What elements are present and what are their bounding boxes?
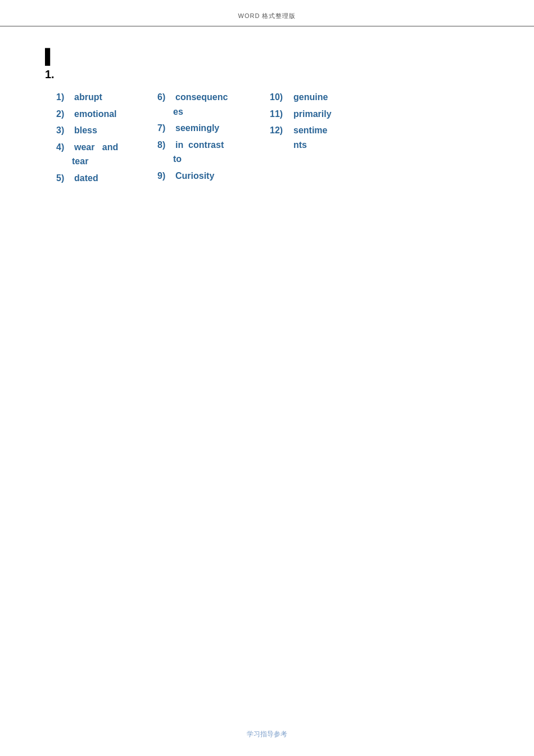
item-num: 12) <box>270 123 291 138</box>
item-num: 9) <box>157 169 173 183</box>
word-column-2: 6) consequenc es 7) seemingly 8) in cont… <box>157 90 270 188</box>
item-num: 7) <box>157 121 173 136</box>
item-num: 11) <box>270 107 291 122</box>
list-item: 6) consequenc es <box>157 90 270 119</box>
list-item: 3) bless <box>56 123 157 138</box>
item-word: consequenc <box>175 90 228 105</box>
item-num: 3) <box>56 123 72 138</box>
item-word-cont: nts <box>270 138 382 152</box>
item-word: in contrast <box>175 138 224 152</box>
word-column-1: 1) abrupt 2) emotional 3) bless 4) wear … <box>56 90 157 188</box>
item-num: 1) <box>56 90 72 105</box>
section-marker: ▌ <box>45 49 489 64</box>
item-word-cont: tear <box>56 154 157 169</box>
page-footer: 学习指导参考 <box>0 728 534 739</box>
item-word: Curiosity <box>175 169 214 183</box>
item-num: 5) <box>56 171 72 186</box>
item-word: sentime <box>293 123 327 138</box>
list-item: 1) abrupt <box>56 90 157 105</box>
word-column-3: 10) genuine 11) primarily 12) sentime nt… <box>270 90 382 188</box>
item-num: 10) <box>270 90 291 105</box>
item-word: primarily <box>293 107 332 122</box>
list-item: 12) sentime nts <box>270 123 382 152</box>
footer-text: 学习指导参考 <box>247 730 287 738</box>
list-item: 2) emotional <box>56 107 157 122</box>
item-num: 6) <box>157 90 173 105</box>
section-number: 1. <box>45 68 489 81</box>
item-num: 2) <box>56 107 72 122</box>
item-word: abrupt <box>74 90 102 105</box>
list-item: 4) wear and tear <box>56 140 157 169</box>
item-num: 4) <box>56 140 72 155</box>
item-word: genuine <box>293 90 328 105</box>
item-word: bless <box>74 123 97 138</box>
page-content: ▌ 1. 1) abrupt 2) emotional 3) bless 4) … <box>0 26 534 222</box>
page-header: WORD 格式整理版 <box>0 0 534 26</box>
item-word: seemingly <box>175 121 219 136</box>
item-word: emotional <box>74 107 117 122</box>
list-item: 5) dated <box>56 171 157 186</box>
list-item: 10) genuine <box>270 90 382 105</box>
list-item: 7) seemingly <box>157 121 270 136</box>
item-word-cont: es <box>157 105 270 119</box>
word-list-container: 1) abrupt 2) emotional 3) bless 4) wear … <box>56 90 489 188</box>
list-item: 9) Curiosity <box>157 169 270 183</box>
item-word: wear and <box>74 140 118 155</box>
header-title: WORD 格式整理版 <box>238 12 296 19</box>
item-num: 8) <box>157 138 173 152</box>
item-word: dated <box>74 171 98 186</box>
list-item: 11) primarily <box>270 107 382 122</box>
list-item: 8) in contrast to <box>157 138 270 166</box>
item-word-cont: to <box>157 152 270 166</box>
